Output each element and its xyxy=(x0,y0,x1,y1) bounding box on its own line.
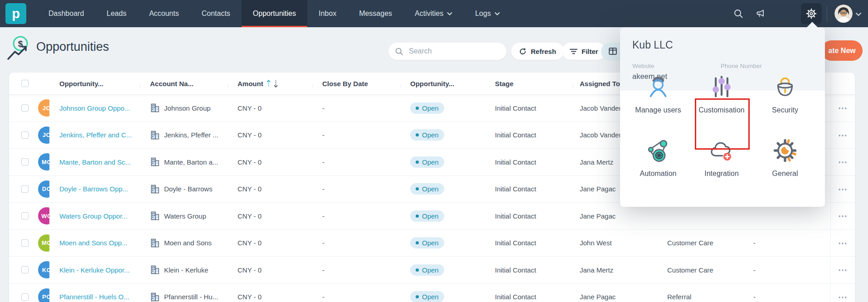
nav-item-label: Activities xyxy=(415,10,443,18)
close-by-cell: - xyxy=(312,131,400,139)
status-dot-icon xyxy=(416,133,419,136)
nav-item-logs[interactable]: Logs xyxy=(464,0,511,27)
extra-cell: - xyxy=(743,239,830,247)
row-checkbox[interactable] xyxy=(21,212,29,219)
assigned-cell: John West xyxy=(572,239,657,247)
search-icon xyxy=(395,47,403,56)
opportunity-link[interactable]: Klein - Kerluke Oppor... xyxy=(59,266,130,274)
status-label: Open xyxy=(422,239,439,247)
sort-ascending-icon[interactable] xyxy=(267,80,271,88)
opportunity-link[interactable]: Johnson Group Oppo... xyxy=(59,104,130,112)
opportunity-link[interactable]: Doyle - Barrows Opp... xyxy=(59,185,128,193)
table-row[interactable]: MO Moen and Sons Opp... Moen and Sons CN… xyxy=(9,229,855,257)
sort-descending-icon[interactable] xyxy=(274,80,278,88)
row-actions-button[interactable]: ⋯ xyxy=(838,157,848,166)
assigned-cell: Jane Pagac xyxy=(572,212,657,220)
avatar-initials: MO xyxy=(42,239,49,246)
avatar-initials: PO xyxy=(42,293,49,300)
close-by-cell: - xyxy=(312,212,400,220)
nav-item-label: Contacts xyxy=(202,10,230,18)
opportunity-link[interactable]: Waters Group Oppor... xyxy=(59,212,127,220)
nav-item-dashboard[interactable]: Dashboard xyxy=(37,0,95,27)
row-actions-button[interactable]: ⋯ xyxy=(838,292,848,302)
row-actions-button[interactable]: ⋯ xyxy=(838,211,848,220)
nav-item-leads[interactable]: Leads xyxy=(95,0,138,27)
columns-icon xyxy=(609,48,617,55)
stage-cell: Initial Contact xyxy=(490,104,572,112)
row-actions-button[interactable]: ⋯ xyxy=(838,265,848,274)
general-gear-icon xyxy=(772,137,798,164)
status-label: Open xyxy=(422,185,439,193)
header-opportunity[interactable]: Opportunity... xyxy=(49,80,140,88)
nav-item-label: Messages xyxy=(359,10,392,18)
search-input[interactable] xyxy=(408,47,506,56)
opportunity-link[interactable]: Pfannerstill - Huels O... xyxy=(59,293,129,301)
panel-item-automation[interactable]: Automation xyxy=(626,137,690,178)
assigned-cell: Jane Pagac xyxy=(572,293,657,301)
table-row[interactable]: PO Pfannerstill - Huels O... Pfannerstil… xyxy=(9,283,855,302)
table-row[interactable]: KO Klein - Kerluke Oppor... Klein - Kerl… xyxy=(9,256,855,283)
amount-cell: CNY - 0 xyxy=(228,104,312,112)
app-logo[interactable]: p xyxy=(5,3,26,24)
opportunity-link[interactable]: Moen and Sons Opp... xyxy=(59,239,127,247)
panel-item-security[interactable]: Security xyxy=(753,74,817,114)
account-name: Jenkins, Pfeffer ... xyxy=(164,131,218,139)
status-badge: Open xyxy=(410,237,444,248)
panel-item-manage-users[interactable]: Manage users xyxy=(626,74,690,114)
select-all-checkbox[interactable] xyxy=(21,80,29,87)
row-checkbox[interactable] xyxy=(21,104,29,112)
nav-item-opportunities[interactable]: Opportunities xyxy=(242,0,307,27)
avatar: JO xyxy=(38,127,49,144)
panel-item-general[interactable]: General xyxy=(753,137,817,178)
panel-item-label: General xyxy=(772,170,798,178)
nav-item-accounts[interactable]: Accounts xyxy=(138,0,190,27)
nav-item-activities[interactable]: Activities xyxy=(403,0,464,27)
building-icon xyxy=(150,211,160,221)
extra-cell: - xyxy=(743,266,830,274)
user-avatar[interactable] xyxy=(834,5,853,23)
megaphone-icon[interactable] xyxy=(751,4,771,24)
user-menu-chevron-icon[interactable] xyxy=(855,10,862,18)
row-actions-button[interactable]: ⋯ xyxy=(838,103,848,112)
refresh-button[interactable]: Refresh xyxy=(511,43,564,60)
stage-cell: Initial Contact xyxy=(490,266,572,274)
header-amount[interactable]: Amount xyxy=(228,80,312,88)
row-checkbox[interactable] xyxy=(21,185,29,193)
row-actions-button[interactable]: ⋯ xyxy=(838,239,848,248)
close-by-cell: - xyxy=(312,293,400,301)
stage-cell: Initial Contact xyxy=(490,239,572,247)
header-close-by-date[interactable]: Close By Date xyxy=(312,80,400,88)
row-checkbox[interactable] xyxy=(21,293,29,301)
amount-cell: CNY - 0 xyxy=(228,131,312,139)
nav-item-contacts[interactable]: Contacts xyxy=(190,0,242,27)
row-checkbox[interactable] xyxy=(21,239,29,247)
account-name: Johnson Group xyxy=(164,104,211,112)
status-label: Open xyxy=(422,266,439,274)
row-checkbox[interactable] xyxy=(21,158,29,166)
row-checkbox[interactable] xyxy=(21,266,29,273)
customisation-sliders-icon xyxy=(708,74,735,100)
header-status[interactable]: Opportunity... xyxy=(400,80,490,88)
building-icon xyxy=(150,157,160,167)
row-actions-button[interactable]: ⋯ xyxy=(838,185,848,194)
avatar: WO xyxy=(38,207,49,224)
row-actions-button[interactable]: ⋯ xyxy=(838,131,848,140)
nav-item-messages[interactable]: Messages xyxy=(348,0,403,27)
opportunity-link[interactable]: Jenkins, Pfeffer and C... xyxy=(59,131,132,139)
nav-item-inbox[interactable]: Inbox xyxy=(307,0,348,27)
status-dot-icon xyxy=(416,107,419,110)
create-new-button[interactable]: ate New xyxy=(821,40,863,61)
filter-label: Filter xyxy=(582,48,598,55)
header-account[interactable]: Account Na... xyxy=(140,80,228,88)
opportunity-link[interactable]: Mante, Barton and Sc... xyxy=(59,158,131,166)
header-stage[interactable]: Stage xyxy=(490,80,572,88)
search-icon[interactable] xyxy=(728,4,748,24)
row-checkbox[interactable] xyxy=(21,132,29,139)
row-select-cell: JO xyxy=(9,127,49,144)
settings-gear-icon[interactable] xyxy=(801,3,822,24)
amount-cell: CNY - 0 xyxy=(228,293,312,301)
account-name: Mante, Barton a... xyxy=(164,158,218,166)
refresh-label: Refresh xyxy=(531,48,556,55)
filter-button[interactable]: Filter xyxy=(562,43,606,60)
close-by-cell: - xyxy=(312,185,400,193)
